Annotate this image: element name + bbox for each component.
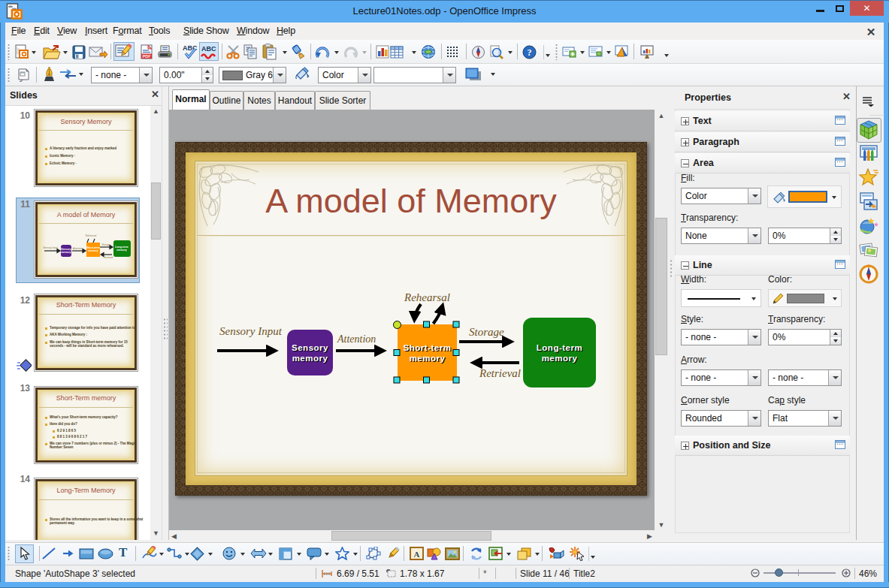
- svg-text:memory: memory: [61, 251, 71, 254]
- svg-text:memory: memory: [88, 249, 98, 252]
- svg-text:Sensory Input: Sensory Input: [43, 246, 58, 249]
- svg-text:memory: memory: [116, 249, 127, 252]
- svg-text:Retrieval: Retrieval: [104, 256, 113, 259]
- svg-text:Attention: Attention: [73, 247, 83, 250]
- svg-text:Storage: Storage: [101, 243, 110, 246]
- svg-text:Rehearsal: Rehearsal: [86, 234, 97, 237]
